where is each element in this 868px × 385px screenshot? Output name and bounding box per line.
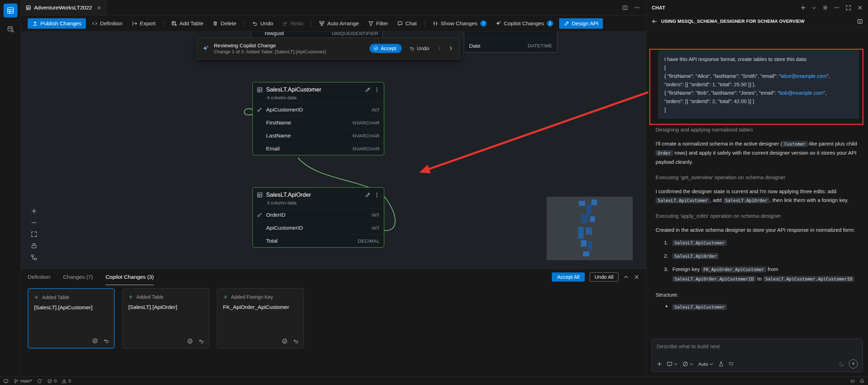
- user-message-line: ]: [664, 106, 853, 114]
- zoom-fit-icon[interactable]: [31, 231, 37, 237]
- agent-mode-picker[interactable]: [667, 361, 678, 367]
- git-branch-indicator[interactable]: main*: [14, 378, 32, 384]
- context-picker[interactable]: [683, 361, 694, 367]
- banner-nav: [437, 46, 454, 51]
- show-changes-label: Show Changes: [441, 20, 477, 27]
- table-row[interactable]: ApiCustomerID INT: [253, 103, 384, 116]
- discard-change-icon[interactable]: [293, 338, 299, 344]
- publish-changes-label: Publish Changes: [40, 20, 81, 27]
- activity-schema-designer[interactable]: [4, 4, 18, 18]
- table-title: SalesLT.ApiCustomer: [266, 86, 361, 93]
- show-changes-button[interactable]: Show Changes7: [429, 19, 490, 28]
- collapse-panel-icon[interactable]: [623, 274, 629, 280]
- tab-copilot-changes[interactable]: Copilot Changes (3): [106, 269, 154, 285]
- next-change-icon[interactable]: [448, 46, 454, 51]
- previous-change-icon[interactable]: [437, 46, 442, 51]
- close-panel-icon[interactable]: [634, 274, 639, 280]
- table-row[interactable]: FirstName NVARCHAR: [253, 116, 384, 129]
- export-button[interactable]: Export: [129, 19, 159, 28]
- more-actions-icon[interactable]: [634, 5, 640, 11]
- add-table-label: Add Table: [179, 20, 204, 27]
- zoom-in-icon[interactable]: [31, 208, 37, 214]
- user-message-line: "orders": [{ "orderId": 2, "total": 42.0…: [664, 97, 853, 106]
- discard-change-icon[interactable]: [198, 338, 204, 344]
- remote-window-icon[interactable]: [4, 379, 8, 384]
- discard-change-icon[interactable]: [103, 338, 109, 344]
- accept-all-button[interactable]: Accept All: [552, 272, 585, 282]
- chat-topbar: CHAT: [646, 0, 868, 15]
- redo-button[interactable]: Redo: [279, 19, 306, 28]
- table-menu-icon[interactable]: [374, 192, 380, 198]
- minimap[interactable]: [547, 197, 633, 260]
- copilot-icon[interactable]: [850, 379, 855, 384]
- chat-button[interactable]: Chat: [394, 19, 420, 28]
- tab-close-icon[interactable]: [97, 5, 101, 11]
- tools-icon[interactable]: [718, 361, 724, 367]
- maximize-panel-icon[interactable]: [846, 5, 851, 11]
- accept-change-button[interactable]: Accept: [369, 44, 402, 53]
- change-card-apiorder[interactable]: Added Table [SalesLT].[ApiOrder]: [122, 288, 209, 349]
- edit-table-icon[interactable]: [365, 192, 371, 198]
- split-editor-icon[interactable]: [622, 5, 628, 11]
- accept-change-icon[interactable]: [187, 338, 193, 344]
- close-chat-icon[interactable]: [857, 5, 863, 11]
- table-row[interactable]: OrderID INT: [253, 208, 384, 221]
- chat-input-box[interactable]: Auto: [652, 339, 863, 372]
- accept-change-icon[interactable]: [282, 338, 287, 344]
- edit-table-icon[interactable]: [365, 87, 371, 93]
- auto-arrange-button[interactable]: Auto Arrange: [316, 19, 362, 28]
- change-card-apicustomer[interactable]: Added Table [SalesLT].[ApiCustomer]: [28, 288, 115, 349]
- tab-definition[interactable]: Definition: [28, 269, 50, 285]
- copilot-changes-button[interactable]: Copilot Changes3: [493, 19, 556, 28]
- sync-icon[interactable]: [37, 379, 42, 384]
- undo-button[interactable]: Undo: [249, 19, 276, 28]
- undo-change-button[interactable]: Undo: [409, 46, 429, 51]
- undo-all-button[interactable]: Undo All: [590, 272, 618, 282]
- table-node-apicustomer[interactable]: SalesLT.ApiCustomer 4 column data ApiCus…: [252, 82, 384, 155]
- lock-canvas-icon[interactable]: [31, 243, 37, 249]
- change-card-foreignkey[interactable]: Added Foreign Key FK_ApiOrder_ApiCustome…: [217, 288, 304, 349]
- definition-button[interactable]: Definition: [89, 19, 126, 28]
- toolbar-separator: [311, 20, 311, 27]
- add-table-button[interactable]: Add Table: [168, 19, 207, 28]
- bell-icon[interactable]: [860, 379, 864, 384]
- back-icon[interactable]: [652, 19, 657, 24]
- changes-panel: Definition Changes (7) Copilot Changes (…: [21, 269, 646, 377]
- attach-context-icon[interactable]: [657, 361, 662, 367]
- table-node-apiorder[interactable]: SalesLT.ApiOrder 3 column data OrderID I…: [252, 187, 384, 248]
- auto-layout-icon[interactable]: [31, 254, 37, 261]
- open-session-icon[interactable]: [857, 19, 863, 24]
- table-row[interactable]: LastName NVARCHAR: [253, 129, 384, 142]
- chat-input[interactable]: [657, 343, 858, 349]
- table-row[interactable]: ApiCustomerID INT: [253, 221, 384, 234]
- error-count[interactable]: 0: [47, 378, 56, 384]
- zoom-out-icon[interactable]: [31, 219, 37, 226]
- send-button[interactable]: [849, 359, 858, 369]
- warning-count[interactable]: 0: [62, 378, 71, 384]
- model-picker[interactable]: Auto: [698, 362, 714, 367]
- tab-changes[interactable]: Changes (7): [63, 269, 93, 285]
- chat-more-icon[interactable]: [834, 5, 840, 11]
- filter-button[interactable]: Filter: [365, 19, 391, 28]
- schema-canvas[interactable]: rowguid UNIQUEIDENTIFIER Date DATETIME R…: [21, 32, 646, 269]
- assistant-paragraph: Structure:: [656, 290, 859, 299]
- table-menu-icon[interactable]: [374, 87, 380, 93]
- delete-button[interactable]: Delete: [209, 19, 239, 28]
- chat-dropdown-icon[interactable]: [812, 6, 816, 10]
- email-link[interactable]: bob@example.com: [779, 90, 823, 96]
- database-search-icon: [7, 26, 14, 33]
- design-api-button[interactable]: Design API: [559, 18, 603, 29]
- chat-settings-icon[interactable]: [822, 5, 828, 11]
- column-type: NVARCHAR: [353, 146, 380, 151]
- new-chat-icon[interactable]: [800, 5, 806, 11]
- table-row[interactable]: Email NVARCHAR: [253, 142, 384, 155]
- publish-changes-button[interactable]: Publish Changes: [28, 18, 86, 29]
- editor-tab-adventureworks[interactable]: AdventureWorksLT2022: [21, 0, 107, 15]
- accept-change-icon[interactable]: [92, 338, 98, 344]
- email-link[interactable]: alice@example.com: [781, 73, 827, 79]
- chat-conversation[interactable]: I have this API response format, create …: [646, 27, 868, 335]
- activity-database-search[interactable]: [4, 22, 18, 36]
- activity-bar: [0, 0, 21, 377]
- table-row[interactable]: Total DECIMAL: [253, 234, 384, 247]
- instructions-icon[interactable]: [728, 361, 734, 367]
